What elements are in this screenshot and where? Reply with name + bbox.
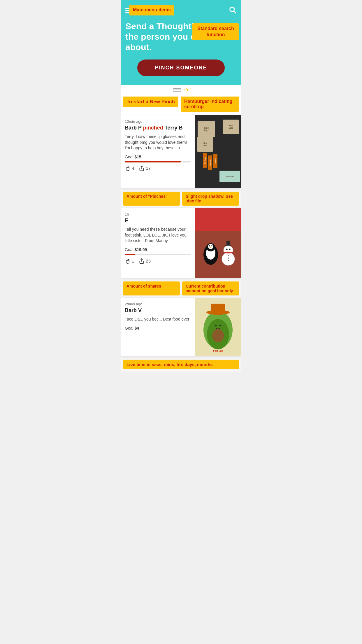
- card-1-user: Barb P: [125, 125, 142, 131]
- card-2-share-button[interactable]: 23: [139, 258, 151, 264]
- card-2-timestamp: 1h: [125, 212, 191, 216]
- feed-card-1: 10min ago Barb P pinched Terry B Terry, …: [121, 115, 241, 188]
- card-1-timestamp: 10min ago: [125, 119, 191, 124]
- feed-card-3: 2days ago Barb V Taco Da... you bec... B…: [121, 298, 241, 356]
- card-3-image: FOR LI E: [195, 298, 241, 356]
- card-1-share-count: 17: [146, 166, 151, 171]
- share-icon: [139, 165, 145, 171]
- share-icon-2: [139, 258, 145, 264]
- taco-svg: FOR LI E: [195, 298, 241, 356]
- svg-point-24: [212, 329, 224, 342]
- svg-point-20: [228, 260, 229, 261]
- card-1-image: KindLips KindLips KindLips Kind Lips Kin…: [195, 115, 241, 188]
- svg-point-7: [208, 244, 213, 249]
- card-2-pinch-button[interactable]: 1: [125, 258, 134, 264]
- card-1-annotations: Amount of "Pinches" Slight drop shadow. …: [121, 190, 241, 208]
- scroll-indicator: [121, 85, 241, 95]
- annotation-new-pinch: To start a New Pinch: [123, 97, 178, 107]
- svg-point-13: [226, 249, 228, 250]
- card-1-recipient: Terry B: [165, 125, 183, 131]
- card-1-share-button[interactable]: 17: [139, 165, 151, 171]
- scroll-annotation-section: To start a New Pinch Hamburger indicatin…: [121, 85, 241, 115]
- card-3-timestamp: 2days ago: [125, 302, 191, 306]
- card-2-container: 1h E ··· Tali you need these because you…: [121, 208, 241, 298]
- annotation-main-menu: Main menu items: [129, 5, 174, 15]
- app-header: Main menu items Standard search function…: [121, 0, 241, 85]
- kindlips-product-image: KindLips KindLips KindLips Kind Lips Kin…: [195, 115, 241, 188]
- card-3-goal: Goal $4: [125, 326, 191, 330]
- svg-point-9: [211, 245, 212, 246]
- card-2-goal: Goal $19.99: [125, 247, 191, 252]
- card-3-headline: Barb V: [125, 307, 191, 314]
- annotation-amount-shares: Amount of shares: [123, 281, 180, 295]
- card-2-actions: 1 23: [125, 258, 191, 264]
- annotation-contribution: Current contribution amount on goal bar …: [182, 281, 239, 295]
- card-3-user: Barb V: [125, 307, 142, 313]
- card-2-image: [195, 208, 241, 278]
- svg-rect-28: [211, 304, 225, 313]
- hand-icon: [125, 165, 131, 171]
- card-1-action: pinched: [143, 125, 163, 131]
- annotation-hamburger-scroll: Hamburger indicating scroll up: [181, 97, 239, 112]
- card-2-goal-bar: [125, 254, 191, 255]
- svg-rect-16: [225, 245, 231, 246]
- card-1-goal-fill: [125, 161, 181, 162]
- svg-point-12: [224, 246, 233, 255]
- socks-product-image: [195, 208, 241, 278]
- card-3-body: Taco Da... you bec... Best food ever!: [125, 316, 191, 322]
- svg-text:FOR LI  E: FOR LI E: [213, 350, 223, 352]
- annotation-row: To start a New Pinch Hamburger indicatin…: [121, 95, 241, 115]
- svg-rect-17: [226, 241, 230, 245]
- card-2-goal-fill: [125, 254, 135, 255]
- card-2-headline: E: [125, 218, 191, 224]
- card-1-container: 10min ago Barb P pinched Terry B Terry, …: [121, 115, 241, 208]
- card-2-share-count: 23: [146, 258, 151, 263]
- annotation-amount-pinches: Amount of "Pinches": [123, 192, 180, 206]
- card-1-goal-bar: [125, 161, 191, 162]
- annotation-search: Standard search function: [192, 23, 239, 40]
- svg-point-25: [215, 325, 217, 326]
- annotation-drop-shadow: Slight drop shadow. See .doc file: [182, 192, 239, 206]
- card-1-actions: 4 17: [125, 165, 191, 171]
- card-3-left: 2days ago Barb V Taco Da... you bec... B…: [121, 298, 195, 356]
- card-1-headline: Barb P pinched Terry B: [125, 125, 191, 131]
- annotation-live-time: Live time in secs, mins, hrs days, month…: [123, 360, 239, 369]
- card-1-pinch-count: 4: [132, 166, 134, 171]
- svg-point-8: [209, 245, 210, 246]
- hand-icon-2: [125, 258, 131, 264]
- card-2-user: E: [125, 218, 128, 223]
- card-2-body: Tali you need these because your feet st…: [125, 227, 191, 244]
- svg-point-18: [228, 255, 229, 256]
- card-1-body: Terry, I saw these lip glosses and thoug…: [125, 134, 191, 151]
- card-2-pinch-count: 1: [132, 258, 134, 263]
- taco-product-image: FOR LI E: [195, 298, 241, 356]
- svg-point-14: [229, 249, 231, 250]
- card-1-left: 10min ago Barb P pinched Terry B Terry, …: [121, 115, 195, 188]
- svg-point-26: [219, 325, 221, 326]
- search-icon[interactable]: [229, 6, 237, 15]
- feed-card-2: 1h E ··· Tali you need these because you…: [121, 208, 241, 278]
- svg-line-1: [234, 11, 236, 13]
- svg-point-19: [228, 258, 229, 259]
- card-2-annotations: Amount of shares Current contribution am…: [121, 280, 241, 298]
- feed: 10min ago Barb P pinched Terry B Terry, …: [121, 115, 241, 372]
- socks-svg: [195, 208, 241, 278]
- card-2-left: 1h E ··· Tali you need these because you…: [121, 208, 195, 278]
- card-1-pinch-button[interactable]: 4: [125, 165, 134, 171]
- card-3-annotation: Live time in secs, mins, hrs days, month…: [121, 358, 241, 372]
- svg-point-0: [230, 7, 234, 12]
- card-3-container: 2days ago Barb V Taco Da... you bec... B…: [121, 298, 241, 372]
- card-1-goal: Goal $15: [125, 155, 191, 159]
- arrow-right-icon: [184, 88, 189, 92]
- pinch-someone-button[interactable]: PINCH SOMEONE: [137, 60, 224, 76]
